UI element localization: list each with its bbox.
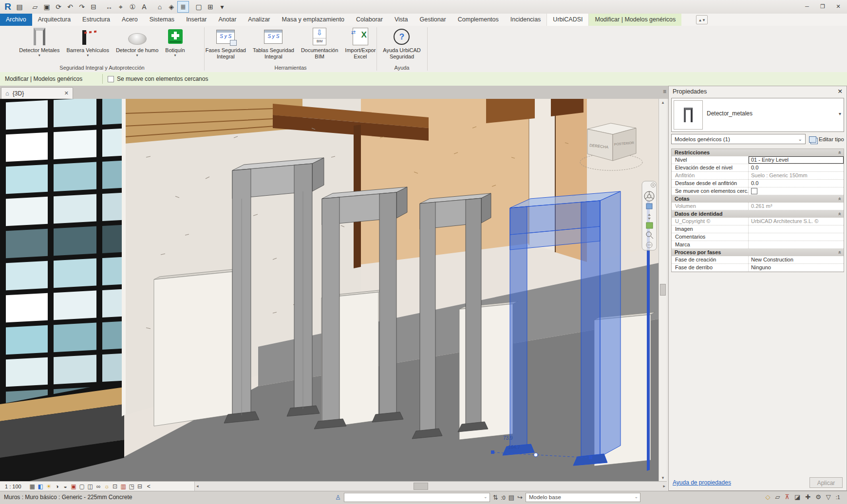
view-tab-3d[interactable]: ⌂ {3D} ✕ [1, 87, 73, 99]
save-icon[interactable]: ▣ [41, 1, 53, 13]
reveal-hidden-icon[interactable]: ☼ [103, 483, 111, 490]
property-row-fase-creacion[interactable]: Fase de creación New Construction [672, 256, 844, 264]
sun-path-icon[interactable]: ☀ [45, 483, 53, 490]
move-with-nearby-checkbox[interactable] [108, 76, 114, 82]
rotation-grip[interactable] [534, 453, 538, 457]
crop-view-icon[interactable]: ▣ [70, 483, 78, 490]
text-icon[interactable]: A [138, 1, 150, 13]
drawing-area-3d-view[interactable]: 73.9 164.7 DERECHA POSTERIOR [0, 99, 659, 481]
type-selector[interactable]: Detector_metales ▾ [671, 98, 844, 132]
visual-style-icon[interactable]: ◧ [37, 483, 45, 490]
hide-isolate-icon[interactable]: ∞ [94, 483, 103, 490]
select-by-face-icon[interactable]: ◪ [794, 493, 800, 501]
view-scale-button[interactable]: 1 : 100 [5, 484, 21, 489]
property-row-desfase[interactable]: Desfase desde el anfitrión 0.0 [672, 180, 844, 187]
properties-help-link[interactable]: Ayuda de propiedades [673, 479, 731, 486]
property-row-marca[interactable]: Marca [672, 241, 844, 249]
thin-lines-icon[interactable]: ≣ [177, 1, 189, 13]
chevron-down-icon[interactable]: ▾ [839, 111, 841, 116]
tab-gestionar[interactable]: Gestionar [414, 14, 452, 26]
tab-estructura[interactable]: Estructura [76, 14, 116, 26]
scroll-left-icon[interactable]: ◂ [196, 484, 199, 488]
property-row-comentarios[interactable]: Comentarios [672, 233, 844, 241]
section-restricciones[interactable]: Restricciones» [672, 149, 844, 156]
tab-incidencias[interactable]: Incidencias [505, 14, 547, 26]
tab-arquitectura[interactable]: Arquitectura [32, 14, 76, 26]
apply-button[interactable]: Aplicar [809, 477, 843, 488]
section-icon[interactable]: ◈ [166, 1, 177, 13]
tab-acero[interactable]: Acero [116, 14, 144, 26]
design-options-icon[interactable]: ▤ [508, 494, 514, 501]
vertical-scroll-thumb[interactable] [660, 284, 666, 296]
maximize-button[interactable]: ❐ [815, 0, 830, 13]
tab-modificar-modelos-genericos[interactable]: Modificar | Modelos genéricos [589, 14, 681, 26]
view-tab-list-icon[interactable]: ≡ [663, 88, 666, 95]
exit-design-option-icon[interactable]: ↪ [517, 494, 523, 501]
temp-dimension-2[interactable]: 164.7 [508, 445, 520, 450]
detail-level-icon[interactable]: ▦ [28, 483, 37, 490]
fases-seguridad-button[interactable]: S y S Fases Seguridad Integral [202, 27, 249, 59]
scroll-down-icon[interactable]: ▾ [659, 475, 667, 480]
tab-insertar[interactable]: Insertar [180, 14, 212, 26]
collapse-section-icon[interactable]: » [835, 197, 843, 200]
rewind-icon[interactable] [646, 223, 653, 228]
ayuda-urbicad-button[interactable]: ? Ayuda UrbiCAD Seguridad [379, 27, 424, 59]
crop-region-icon[interactable]: ▢ [78, 483, 86, 490]
analytical-model-icon[interactable]: ▥ [119, 483, 128, 490]
view-lock-icon[interactable]: ◫ [86, 483, 94, 490]
se-mueve-checkbox[interactable] [751, 188, 757, 194]
property-row-se-mueve[interactable]: Se mueve con elementos cerc... [672, 187, 844, 195]
detector-metales-button[interactable]: Detector Metales ▾ [16, 27, 63, 57]
botiquin-button[interactable]: Botiquín ▾ [162, 27, 188, 57]
gear-icon[interactable]: ⚙ [815, 493, 821, 501]
tab-urbicadsi[interactable]: UrbiCADSI [546, 14, 589, 26]
nivel-value-field[interactable]: 01 - Entry Level [749, 156, 844, 164]
aligned-dimension-icon[interactable]: ⌖ [115, 1, 127, 13]
undo-icon[interactable]: ↶ [64, 1, 76, 13]
filter-icon[interactable]: ▽ [826, 493, 831, 501]
tab-colaborar[interactable]: Colaborar [350, 14, 389, 26]
qat-customize-icon[interactable]: ▾ [216, 1, 228, 13]
redo-icon[interactable]: ↷ [76, 1, 88, 13]
home-3d-view-icon[interactable]: ⌂ [154, 1, 166, 13]
print-icon[interactable]: ⊟ [88, 1, 99, 13]
zoom-cube-icon[interactable] [646, 204, 652, 209]
import-export-excel-button[interactable]: ⇄X Import/Expor Excel [341, 27, 379, 59]
properties-filter-combo[interactable]: Modelos genéricos (1) ⌄ [671, 134, 806, 144]
selection-grip[interactable] [491, 450, 494, 454]
properties-close-icon[interactable]: ✕ [838, 86, 843, 97]
collapse-section-icon[interactable]: » [835, 212, 843, 215]
selection-grip[interactable] [589, 456, 592, 459]
tab-archivo[interactable]: Archivo [0, 14, 32, 26]
tab-vista[interactable]: Vista [389, 14, 414, 26]
temp-dimension-1[interactable]: 73.9 [503, 435, 513, 441]
tab-sistemas[interactable]: Sistemas [144, 14, 180, 26]
edit-type-button[interactable]: Editar tipo [809, 133, 845, 145]
property-row-fase-derribo[interactable]: Fase de derribo Ninguno [672, 264, 844, 272]
ribbon-display-toggle[interactable]: ▴ ▾ [696, 15, 708, 24]
revit-logo[interactable]: R [2, 1, 14, 13]
reveal-constraints-icon[interactable]: ⊟ [136, 483, 144, 490]
sync-icon[interactable]: ⟳ [53, 1, 64, 13]
section-datos-identidad[interactable]: Datos de identidad» [672, 210, 844, 218]
tablas-seguridad-button[interactable]: S y S Tablas Seguridad Integral [249, 27, 298, 59]
section-cotas[interactable]: Cotas» [672, 195, 844, 203]
minimize-button[interactable]: ─ [799, 0, 815, 13]
property-row-imagen[interactable]: Imagen [672, 225, 844, 233]
select-links-icon[interactable]: ◇ [765, 493, 770, 501]
tag-icon[interactable]: ① [127, 1, 138, 13]
ui-panels-icon[interactable]: ▤ [14, 1, 25, 13]
tab-analizar[interactable]: Analizar [242, 14, 276, 26]
rendering-icon[interactable]: ◒ [61, 483, 70, 490]
scroll-right-icon[interactable]: ▸ [663, 484, 665, 488]
tab-anotar[interactable]: Anotar [213, 14, 243, 26]
view-tab-close-icon[interactable]: ✕ [64, 90, 69, 96]
tab-complementos[interactable]: Complementos [452, 14, 505, 26]
close-button[interactable]: ✕ [830, 0, 846, 13]
property-row-elevacion[interactable]: Elevación desde el nivel 0.0 [672, 164, 844, 172]
horizontal-scroll-thumb[interactable] [414, 483, 428, 490]
documentacion-bim-button[interactable]: ⇩BIM Documentación BIM [298, 27, 341, 59]
navigation-bar[interactable] [642, 181, 657, 250]
collapse-section-icon[interactable]: » [835, 151, 843, 154]
property-row-nivel[interactable]: Nivel 01 - Entry Level [672, 156, 844, 164]
